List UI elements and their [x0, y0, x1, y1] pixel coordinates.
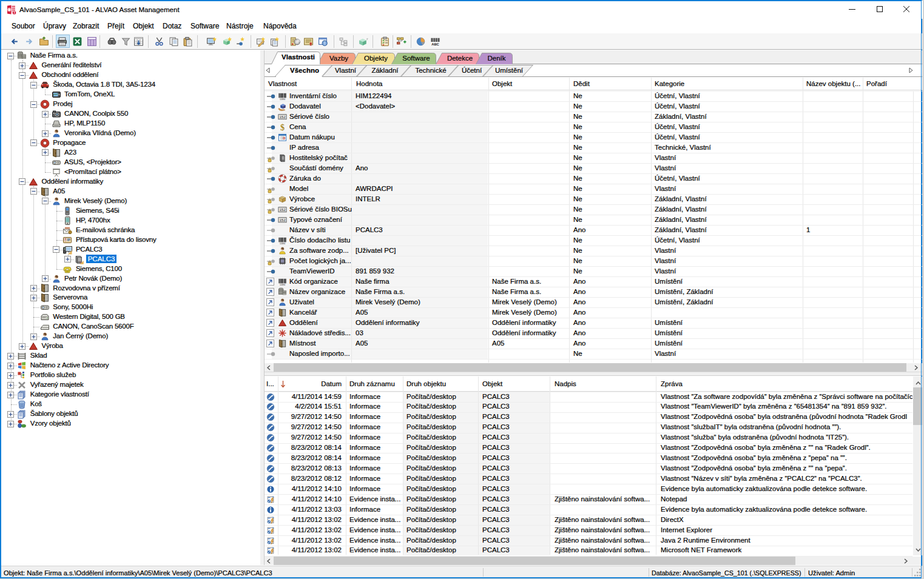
- svg-text:ABC: ABC: [431, 42, 439, 46]
